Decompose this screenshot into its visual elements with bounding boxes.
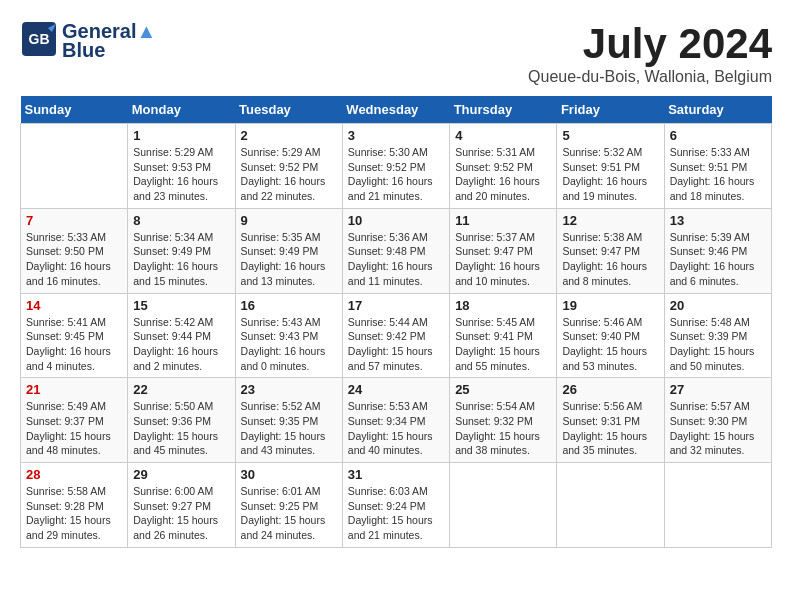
calendar-cell: 5Sunrise: 5:32 AM Sunset: 9:51 PM Daylig…: [557, 124, 664, 209]
day-info: Sunrise: 5:58 AM Sunset: 9:28 PM Dayligh…: [26, 484, 122, 543]
day-info: Sunrise: 5:29 AM Sunset: 9:53 PM Dayligh…: [133, 145, 229, 204]
day-info: Sunrise: 5:31 AM Sunset: 9:52 PM Dayligh…: [455, 145, 551, 204]
calendar-week-3: 14Sunrise: 5:41 AM Sunset: 9:45 PM Dayli…: [21, 293, 772, 378]
day-info: Sunrise: 5:56 AM Sunset: 9:31 PM Dayligh…: [562, 399, 658, 458]
calendar-cell: 19Sunrise: 5:46 AM Sunset: 9:40 PM Dayli…: [557, 293, 664, 378]
day-info: Sunrise: 6:00 AM Sunset: 9:27 PM Dayligh…: [133, 484, 229, 543]
weekday-header-thursday: Thursday: [450, 96, 557, 124]
logo-icon: GB: [20, 20, 58, 62]
day-info: Sunrise: 5:34 AM Sunset: 9:49 PM Dayligh…: [133, 230, 229, 289]
day-info: Sunrise: 5:57 AM Sunset: 9:30 PM Dayligh…: [670, 399, 766, 458]
day-number: 22: [133, 382, 229, 397]
day-info: Sunrise: 5:48 AM Sunset: 9:39 PM Dayligh…: [670, 315, 766, 374]
calendar-cell: 22Sunrise: 5:50 AM Sunset: 9:36 PM Dayli…: [128, 378, 235, 463]
day-number: 4: [455, 128, 551, 143]
calendar-cell: [557, 463, 664, 548]
day-number: 6: [670, 128, 766, 143]
calendar-cell: 20Sunrise: 5:48 AM Sunset: 9:39 PM Dayli…: [664, 293, 771, 378]
title-section: July 2024 Queue-du-Bois, Wallonia, Belgi…: [528, 20, 772, 86]
day-info: Sunrise: 5:54 AM Sunset: 9:32 PM Dayligh…: [455, 399, 551, 458]
calendar-cell: 13Sunrise: 5:39 AM Sunset: 9:46 PM Dayli…: [664, 208, 771, 293]
calendar-cell: 29Sunrise: 6:00 AM Sunset: 9:27 PM Dayli…: [128, 463, 235, 548]
day-info: Sunrise: 5:33 AM Sunset: 9:50 PM Dayligh…: [26, 230, 122, 289]
calendar-cell: 4Sunrise: 5:31 AM Sunset: 9:52 PM Daylig…: [450, 124, 557, 209]
calendar-header-row: SundayMondayTuesdayWednesdayThursdayFrid…: [21, 96, 772, 124]
calendar-cell: [664, 463, 771, 548]
calendar-cell: 3Sunrise: 5:30 AM Sunset: 9:52 PM Daylig…: [342, 124, 449, 209]
calendar-cell: 31Sunrise: 6:03 AM Sunset: 9:24 PM Dayli…: [342, 463, 449, 548]
logo: GB General▲ Blue: [20, 20, 156, 62]
day-number: 29: [133, 467, 229, 482]
calendar-cell: 14Sunrise: 5:41 AM Sunset: 9:45 PM Dayli…: [21, 293, 128, 378]
day-number: 18: [455, 298, 551, 313]
day-info: Sunrise: 5:46 AM Sunset: 9:40 PM Dayligh…: [562, 315, 658, 374]
day-info: Sunrise: 5:50 AM Sunset: 9:36 PM Dayligh…: [133, 399, 229, 458]
calendar-cell: 1Sunrise: 5:29 AM Sunset: 9:53 PM Daylig…: [128, 124, 235, 209]
day-info: Sunrise: 5:43 AM Sunset: 9:43 PM Dayligh…: [241, 315, 337, 374]
day-number: 2: [241, 128, 337, 143]
day-info: Sunrise: 6:01 AM Sunset: 9:25 PM Dayligh…: [241, 484, 337, 543]
calendar-cell: 8Sunrise: 5:34 AM Sunset: 9:49 PM Daylig…: [128, 208, 235, 293]
month-title: July 2024: [528, 20, 772, 68]
day-number: 27: [670, 382, 766, 397]
day-number: 21: [26, 382, 122, 397]
day-info: Sunrise: 5:30 AM Sunset: 9:52 PM Dayligh…: [348, 145, 444, 204]
day-number: 16: [241, 298, 337, 313]
day-info: Sunrise: 5:35 AM Sunset: 9:49 PM Dayligh…: [241, 230, 337, 289]
calendar-cell: 12Sunrise: 5:38 AM Sunset: 9:47 PM Dayli…: [557, 208, 664, 293]
calendar-table: SundayMondayTuesdayWednesdayThursdayFrid…: [20, 96, 772, 548]
calendar-cell: 30Sunrise: 6:01 AM Sunset: 9:25 PM Dayli…: [235, 463, 342, 548]
day-number: 5: [562, 128, 658, 143]
calendar-cell: 26Sunrise: 5:56 AM Sunset: 9:31 PM Dayli…: [557, 378, 664, 463]
day-number: 17: [348, 298, 444, 313]
calendar-cell: 7Sunrise: 5:33 AM Sunset: 9:50 PM Daylig…: [21, 208, 128, 293]
day-info: Sunrise: 5:44 AM Sunset: 9:42 PM Dayligh…: [348, 315, 444, 374]
weekday-header-sunday: Sunday: [21, 96, 128, 124]
day-number: 25: [455, 382, 551, 397]
day-number: 23: [241, 382, 337, 397]
day-info: Sunrise: 5:39 AM Sunset: 9:46 PM Dayligh…: [670, 230, 766, 289]
day-number: 9: [241, 213, 337, 228]
weekday-header-monday: Monday: [128, 96, 235, 124]
day-info: Sunrise: 5:45 AM Sunset: 9:41 PM Dayligh…: [455, 315, 551, 374]
day-info: Sunrise: 5:52 AM Sunset: 9:35 PM Dayligh…: [241, 399, 337, 458]
calendar-cell: 15Sunrise: 5:42 AM Sunset: 9:44 PM Dayli…: [128, 293, 235, 378]
day-info: Sunrise: 5:29 AM Sunset: 9:52 PM Dayligh…: [241, 145, 337, 204]
day-number: 30: [241, 467, 337, 482]
day-info: Sunrise: 5:33 AM Sunset: 9:51 PM Dayligh…: [670, 145, 766, 204]
day-number: 24: [348, 382, 444, 397]
day-info: Sunrise: 5:41 AM Sunset: 9:45 PM Dayligh…: [26, 315, 122, 374]
day-info: Sunrise: 5:42 AM Sunset: 9:44 PM Dayligh…: [133, 315, 229, 374]
calendar-week-2: 7Sunrise: 5:33 AM Sunset: 9:50 PM Daylig…: [21, 208, 772, 293]
calendar-week-4: 21Sunrise: 5:49 AM Sunset: 9:37 PM Dayli…: [21, 378, 772, 463]
calendar-cell: 27Sunrise: 5:57 AM Sunset: 9:30 PM Dayli…: [664, 378, 771, 463]
calendar-cell: 21Sunrise: 5:49 AM Sunset: 9:37 PM Dayli…: [21, 378, 128, 463]
calendar-cell: 28Sunrise: 5:58 AM Sunset: 9:28 PM Dayli…: [21, 463, 128, 548]
day-number: 15: [133, 298, 229, 313]
day-number: 26: [562, 382, 658, 397]
day-number: 12: [562, 213, 658, 228]
day-number: 14: [26, 298, 122, 313]
day-number: 19: [562, 298, 658, 313]
day-number: 11: [455, 213, 551, 228]
svg-text:GB: GB: [29, 31, 50, 47]
weekday-header-saturday: Saturday: [664, 96, 771, 124]
day-info: Sunrise: 5:38 AM Sunset: 9:47 PM Dayligh…: [562, 230, 658, 289]
weekday-header-friday: Friday: [557, 96, 664, 124]
day-number: 20: [670, 298, 766, 313]
calendar-cell: [450, 463, 557, 548]
calendar-cell: 23Sunrise: 5:52 AM Sunset: 9:35 PM Dayli…: [235, 378, 342, 463]
day-number: 10: [348, 213, 444, 228]
day-number: 3: [348, 128, 444, 143]
day-number: 13: [670, 213, 766, 228]
day-info: Sunrise: 6:03 AM Sunset: 9:24 PM Dayligh…: [348, 484, 444, 543]
page-header: GB General▲ Blue July 2024 Queue-du-Bois…: [20, 20, 772, 86]
day-info: Sunrise: 5:32 AM Sunset: 9:51 PM Dayligh…: [562, 145, 658, 204]
day-number: 31: [348, 467, 444, 482]
calendar-cell: 10Sunrise: 5:36 AM Sunset: 9:48 PM Dayli…: [342, 208, 449, 293]
weekday-header-wednesday: Wednesday: [342, 96, 449, 124]
day-info: Sunrise: 5:53 AM Sunset: 9:34 PM Dayligh…: [348, 399, 444, 458]
weekday-header-tuesday: Tuesday: [235, 96, 342, 124]
day-info: Sunrise: 5:49 AM Sunset: 9:37 PM Dayligh…: [26, 399, 122, 458]
location-title: Queue-du-Bois, Wallonia, Belgium: [528, 68, 772, 86]
